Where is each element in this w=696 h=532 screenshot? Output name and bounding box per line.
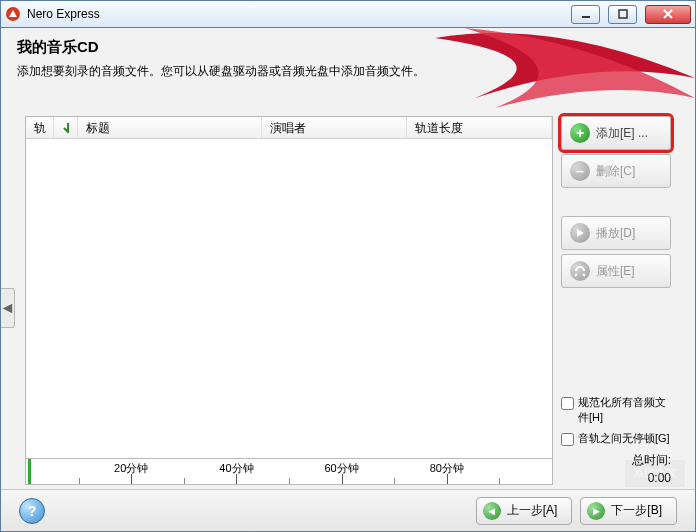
- total-time-value: 0:00: [561, 471, 671, 485]
- footer: ? ◄ 上一步[A] ► 下一步[B]: [1, 489, 695, 531]
- properties-button[interactable]: 属性[E]: [561, 254, 671, 288]
- arrow-left-icon: ◄: [483, 502, 501, 520]
- track-list[interactable]: 轨 标题 演唱者 轨道长度: [25, 116, 553, 459]
- back-label: 上一步[A]: [507, 502, 558, 519]
- minus-icon: –: [570, 161, 590, 181]
- window-body: 我的音乐CD 添加想要刻录的音频文件。您可以从硬盘驱动器或音频光盘中添加音频文件…: [0, 28, 696, 532]
- app-icon: [5, 6, 21, 22]
- time-ruler: 20分钟 40分钟 60分钟 80分钟: [25, 459, 553, 485]
- properties-icon: [570, 261, 590, 281]
- arrow-right-icon: ►: [587, 502, 605, 520]
- play-icon: [570, 223, 590, 243]
- ruler-label-40: 40分钟: [219, 461, 253, 476]
- page-header: 我的音乐CD 添加想要刻录的音频文件。您可以从硬盘驱动器或音频光盘中添加音频文件…: [1, 28, 695, 88]
- expand-panel-handle[interactable]: ◄: [1, 288, 15, 328]
- play-button[interactable]: 播放[D]: [561, 216, 671, 250]
- nogap-label: 音轨之间无停顿[G]: [578, 431, 670, 446]
- app-title: Nero Express: [27, 7, 100, 21]
- col-artist[interactable]: 演唱者: [262, 117, 407, 138]
- normalize-checkbox[interactable]: [561, 397, 574, 410]
- add-label: 添加[E] ...: [596, 125, 648, 142]
- options-checks: 规范化所有音频文件[H] 音轨之间无停顿[G] 总时间: 0:00: [561, 395, 671, 485]
- delete-label: 删除[C]: [596, 163, 635, 180]
- play-label: 播放[D]: [596, 225, 635, 242]
- col-track-number[interactable]: 轨: [26, 117, 54, 138]
- list-rows[interactable]: [26, 139, 552, 458]
- total-time: 总时间: 0:00: [561, 452, 671, 485]
- ruler-label-20: 20分钟: [114, 461, 148, 476]
- add-button[interactable]: + 添加[E] ...: [561, 116, 671, 150]
- svg-rect-2: [619, 10, 627, 18]
- plus-icon: +: [570, 123, 590, 143]
- minimize-button[interactable]: [571, 5, 600, 24]
- titlebar: Nero Express: [0, 0, 696, 28]
- col-title[interactable]: 标题: [78, 117, 262, 138]
- normalize-check[interactable]: 规范化所有音频文件[H]: [561, 395, 671, 425]
- page-title: 我的音乐CD: [17, 38, 679, 57]
- next-button[interactable]: ► 下一步[B]: [580, 497, 677, 525]
- track-list-area: 轨 标题 演唱者 轨道长度 20分钟: [25, 116, 553, 485]
- ruler-label-80: 80分钟: [430, 461, 464, 476]
- side-panel: + 添加[E] ... – 删除[C] 播放[D] 属性[E] 规范化所有音频文…: [561, 116, 671, 485]
- nogap-check[interactable]: 音轨之间无停顿[G]: [561, 431, 671, 446]
- normalize-label: 规范化所有音频文件[H]: [578, 395, 671, 425]
- maximize-button[interactable]: [608, 5, 637, 24]
- properties-label: 属性[E]: [596, 263, 635, 280]
- ruler-label-60: 60分钟: [324, 461, 358, 476]
- next-label: 下一步[B]: [611, 502, 662, 519]
- arrow-down-icon: [62, 122, 69, 134]
- total-time-label: 总时间:: [561, 452, 671, 469]
- col-status-icon[interactable]: [54, 117, 78, 138]
- page-description: 添加想要刻录的音频文件。您可以从硬盘驱动器或音频光盘中添加音频文件。: [17, 63, 679, 80]
- list-header: 轨 标题 演唱者 轨道长度: [26, 117, 552, 139]
- col-length[interactable]: 轨道长度: [407, 117, 552, 138]
- help-button[interactable]: ?: [19, 498, 45, 524]
- nogap-checkbox[interactable]: [561, 433, 574, 446]
- back-button[interactable]: ◄ 上一步[A]: [476, 497, 573, 525]
- delete-button[interactable]: – 删除[C]: [561, 154, 671, 188]
- close-button[interactable]: [645, 5, 691, 24]
- ruler-marker: [28, 459, 31, 484]
